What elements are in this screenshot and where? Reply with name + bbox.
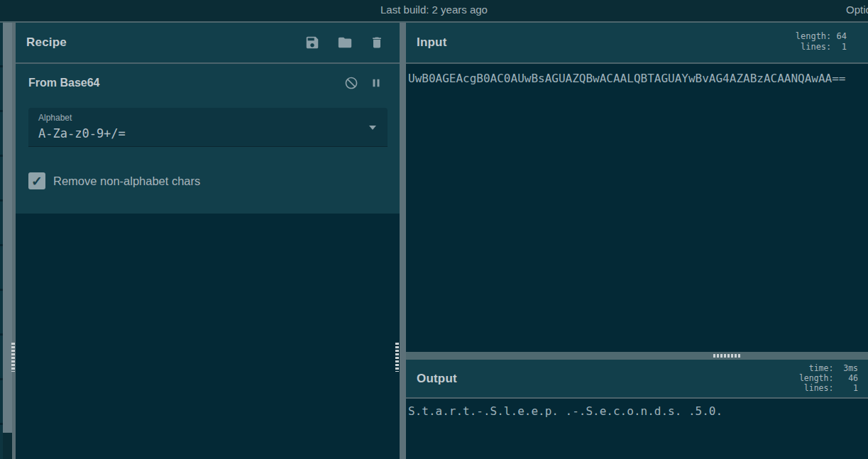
operations-splitter-drag-handle-icon[interactable]: [11, 343, 15, 372]
top-banner: Last build: 2 years ago Options: [0, 0, 868, 23]
input-stats: length: 64 lines: 1: [796, 31, 847, 52]
breakpoint-pause-icon[interactable]: [370, 76, 383, 90]
recipe-panel: Recipe From Base64: [16, 23, 400, 459]
disable-operation-icon[interactable]: [344, 76, 358, 90]
output-header: Output time: 3ms length: 46 lines: 1: [406, 360, 868, 399]
recipe-header: Recipe: [16, 23, 400, 64]
remove-non-alphabet-label: Remove non-alphabet chars: [53, 175, 200, 188]
input-output-splitter-drag-handle-icon[interactable]: [713, 354, 741, 358]
save-recipe-icon[interactable]: [304, 35, 320, 50]
operation-from-base64[interactable]: From Base64 Alphabet A-Za-z0-9+/= ✓ Remo…: [16, 64, 400, 214]
checkmark-icon: ✓: [31, 173, 43, 189]
output-panel: Output time: 3ms length: 46 lines: 1 S.t…: [406, 360, 868, 459]
recipe-io-splitter[interactable]: [400, 23, 406, 459]
last-build-label: Last build: 2 years ago: [0, 4, 868, 16]
operation-title: From Base64: [28, 77, 100, 89]
load-recipe-folder-icon[interactable]: [336, 35, 353, 50]
output-stats: time: 3ms length: 46 lines: 1: [799, 363, 858, 393]
recipe-toolbar: [304, 35, 384, 50]
input-header: Input length: 64 lines: 1: [406, 23, 868, 64]
output-title: Output: [417, 372, 457, 386]
alphabet-label: Alphabet: [38, 113, 72, 123]
operation-controls: [344, 76, 383, 90]
input-textarea[interactable]: UwB0AGEAcgB0AC0AUwBsAGUAZQBwACAALQBTAGUA…: [406, 64, 868, 86]
clear-recipe-trash-icon[interactable]: [370, 35, 384, 50]
recipe-io-splitter-drag-handle-icon[interactable]: [395, 343, 399, 372]
remove-non-alphabet-checkbox[interactable]: ✓: [28, 172, 45, 189]
input-panel: Input length: 64 lines: 1 UwB0AGEAcgB0AC…: [406, 23, 868, 352]
output-textarea[interactable]: S.t.a.r.t.-.S.l.e.e.p. .-.S.e.c.o.n.d.s.…: [406, 399, 868, 419]
input-title: Input: [417, 35, 447, 50]
cyberchef-app: Last build: 2 years ago Options Recipe: [0, 0, 868, 459]
options-link[interactable]: Options: [846, 4, 868, 16]
chevron-down-icon: [369, 126, 376, 130]
input-output-splitter[interactable]: [406, 352, 868, 360]
recipe-title: Recipe: [26, 35, 67, 50]
alphabet-select[interactable]: Alphabet A-Za-z0-9+/=: [28, 108, 388, 147]
alphabet-value: A-Za-z0-9+/=: [38, 126, 126, 140]
remove-non-alphabet-row: ✓ Remove non-alphabet chars: [28, 172, 200, 189]
